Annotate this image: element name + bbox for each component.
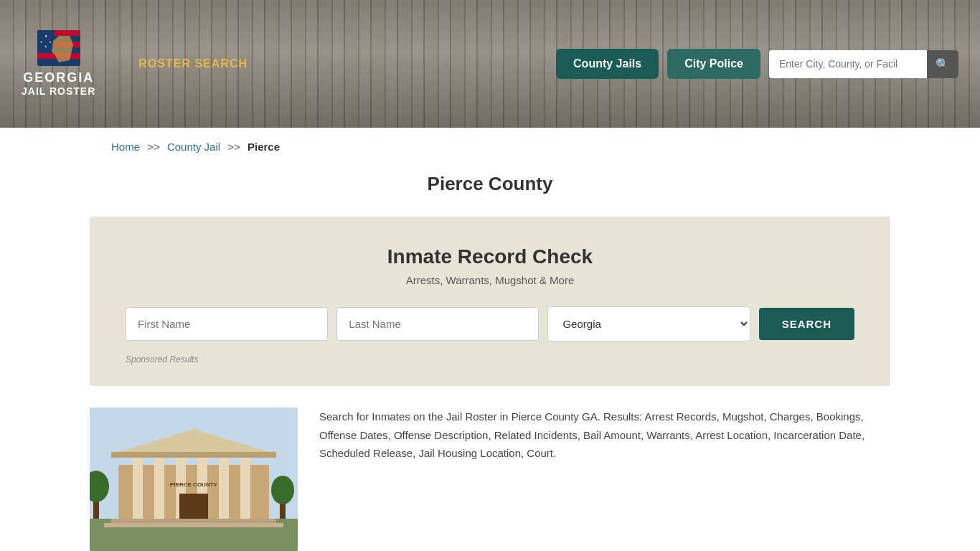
logo-text: GEORGIA JAIL ROSTER [22, 70, 95, 98]
svg-rect-23 [104, 523, 283, 527]
svg-rect-17 [219, 451, 229, 522]
breadcrumb-home[interactable]: Home [111, 141, 140, 153]
svg-rect-13 [133, 451, 143, 522]
logo-area: ★ ★ ★ ★ GEORGIA JAIL ROSTER [22, 30, 95, 98]
svg-point-28 [271, 476, 294, 504]
record-check-box: Inmate Record Check Arrests, Warrants, M… [90, 217, 890, 386]
svg-rect-14 [154, 451, 164, 522]
header-nav-right: County Jails City Police 🔍 [556, 49, 958, 79]
breadcrumb-current: Pierce [248, 141, 280, 153]
first-name-input[interactable] [126, 307, 328, 341]
header-search-bar: 🔍 [769, 50, 958, 78]
sponsored-results-label: Sponsored Results [126, 354, 854, 364]
svg-text:★: ★ [44, 44, 47, 48]
search-icon: 🔍 [936, 58, 950, 70]
county-jails-button[interactable]: County Jails [556, 49, 659, 79]
georgia-flag-icon: ★ ★ ★ ★ [37, 30, 80, 66]
header-search-button[interactable]: 🔍 [927, 50, 958, 78]
header: ★ ★ ★ ★ GEORGIA JAIL ROSTER ROSTER SEARC… [0, 0, 980, 128]
svg-rect-21 [179, 494, 208, 522]
header-search-input[interactable] [769, 51, 927, 77]
record-check-subtitle: Arrests, Warrants, Mugshot & More [126, 274, 854, 286]
breadcrumb-sep1: >> [147, 141, 160, 153]
courthouse-drawing: PIERCE COUNTY [90, 408, 298, 551]
svg-text:★: ★ [49, 40, 52, 44]
logo-jail-roster: JAIL ROSTER [22, 85, 95, 98]
bottom-section: PIERCE COUNTY Search for Inmates on the … [0, 386, 980, 551]
breadcrumb: Home >> County Jail >> Pierce [0, 128, 980, 166]
courthouse-image: PIERCE COUNTY [90, 408, 298, 551]
record-check-title: Inmate Record Check [126, 245, 854, 268]
svg-rect-22 [111, 519, 276, 523]
breadcrumb-county-jail[interactable]: County Jail [167, 141, 220, 153]
svg-text:PIERCE COUNTY: PIERCE COUNTY [170, 481, 217, 488]
roster-search-nav[interactable]: ROSTER SEARCH [138, 57, 248, 70]
last-name-input[interactable] [336, 307, 539, 341]
page-title: Pierce County [0, 173, 980, 195]
svg-rect-18 [240, 451, 250, 522]
breadcrumb-sep2: >> [227, 141, 240, 153]
svg-rect-20 [111, 452, 276, 458]
record-check-form: Georgia SEARCH [126, 306, 854, 342]
description-text: Search for Inmates on the Jail Roster in… [319, 408, 890, 463]
logo-georgia: GEORGIA [22, 70, 95, 86]
search-button[interactable]: SEARCH [759, 308, 854, 340]
svg-text:★: ★ [40, 40, 43, 44]
city-police-button[interactable]: City Police [667, 49, 760, 79]
state-select[interactable]: Georgia [547, 306, 750, 342]
